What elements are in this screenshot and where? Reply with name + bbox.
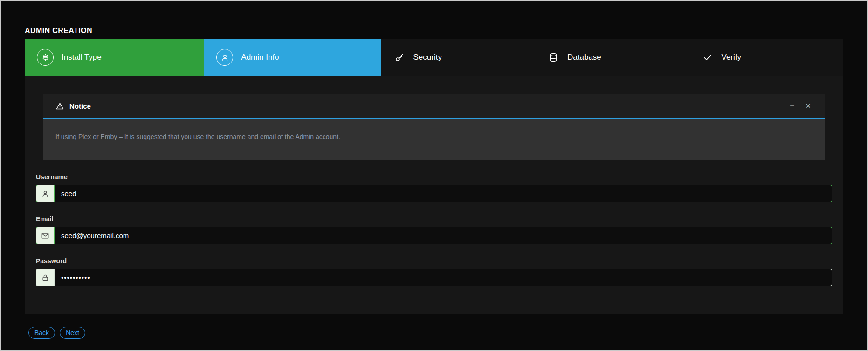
email-input[interactable] <box>55 227 832 244</box>
tab-admin-info[interactable]: Admin Info <box>204 39 381 76</box>
database-icon <box>547 52 559 63</box>
back-button[interactable]: Back <box>28 327 55 339</box>
user-icon <box>36 185 55 202</box>
notice-box: Notice − × If using Plex or Emby – It is… <box>43 94 825 160</box>
password-field-group: Password <box>36 257 832 286</box>
tab-security[interactable]: Security <box>381 39 536 76</box>
user-circle-icon <box>216 49 233 66</box>
notice-title: Notice <box>69 102 91 110</box>
username-label: Username <box>36 173 832 181</box>
signpost-icon <box>37 49 54 66</box>
envelope-icon <box>36 227 55 244</box>
notice-text: If using Plex or Emby – It is suggested … <box>55 133 813 140</box>
page-title: ADMIN CREATION <box>25 27 843 35</box>
key-icon <box>393 52 406 63</box>
tab-database-label: Database <box>567 53 601 62</box>
form-actions: Back Next <box>25 327 843 339</box>
email-label: Email <box>36 215 832 223</box>
tab-install-type-label: Install Type <box>62 53 102 62</box>
username-field-group: Username <box>36 173 832 202</box>
username-input[interactable] <box>55 185 832 202</box>
tab-admin-info-label: Admin Info <box>241 53 279 62</box>
tab-database[interactable]: Database <box>535 39 689 76</box>
close-button[interactable]: × <box>804 101 813 111</box>
lock-icon <box>36 269 55 286</box>
wizard-panel: Notice − × If using Plex or Emby – It is… <box>25 76 843 314</box>
password-label: Password <box>36 257 832 265</box>
notice-header: Notice − × <box>43 94 825 119</box>
tab-security-label: Security <box>413 53 442 62</box>
tab-verify[interactable]: Verify <box>689 39 844 76</box>
wizard-tabs: Install Type Admin Info <box>25 39 843 76</box>
tab-install-type[interactable]: Install Type <box>25 39 204 76</box>
next-button[interactable]: Next <box>60 327 85 339</box>
tab-verify-label: Verify <box>722 53 742 62</box>
email-field-group: Email <box>36 215 832 244</box>
admin-creation-page: ADMIN CREATION Install Type <box>0 0 868 351</box>
password-input[interactable] <box>55 269 832 286</box>
notice-body: If using Plex or Emby – It is suggested … <box>43 119 825 160</box>
minimize-button[interactable]: − <box>788 101 797 111</box>
warning-icon <box>55 102 64 111</box>
check-icon <box>702 52 714 63</box>
